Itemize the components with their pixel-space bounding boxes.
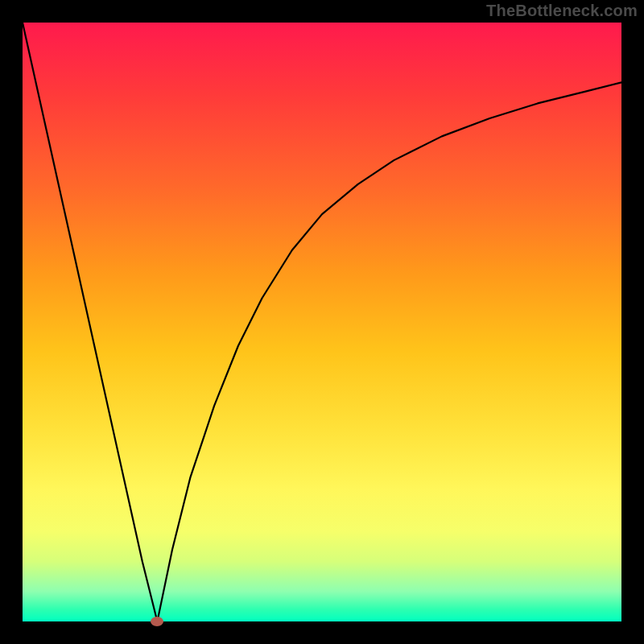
curve-path xyxy=(23,23,621,621)
attribution-label: TheBottleneck.com xyxy=(486,2,638,20)
min-marker xyxy=(151,617,163,626)
chart-frame: TheBottleneck.com xyxy=(0,0,644,644)
chart-curve xyxy=(23,23,621,621)
plot-area xyxy=(23,23,621,621)
